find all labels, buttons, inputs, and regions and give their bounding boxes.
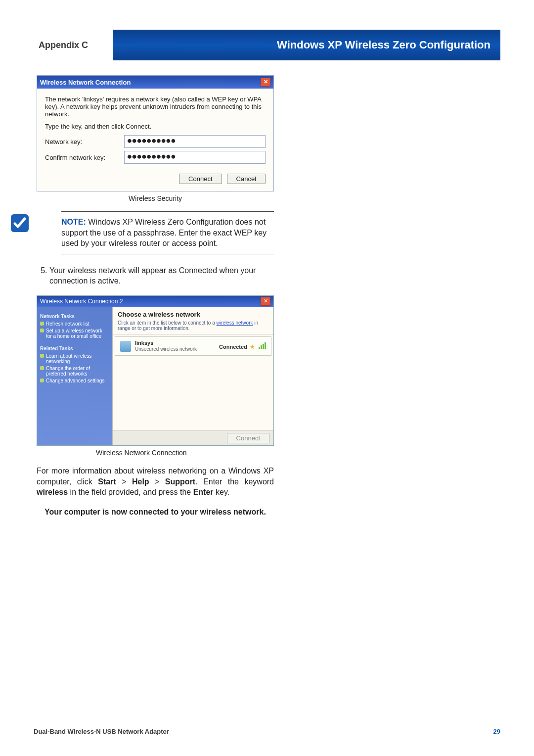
cancel-button[interactable]: Cancel bbox=[227, 174, 266, 184]
dialog-instruction: Type the key, and then click Connect. bbox=[45, 123, 266, 130]
conn-right-panel: Choose a wireless network Click an item … bbox=[112, 307, 273, 445]
sidebar-item-learn[interactable]: Learn about wireless networking bbox=[40, 353, 109, 364]
network-list-item[interactable]: linksys Unsecured wireless network Conne… bbox=[115, 336, 271, 356]
sidebar-item-advanced[interactable]: Change advanced settings bbox=[40, 378, 109, 383]
network-key-field[interactable]: ●●●●●●●●●● bbox=[124, 135, 266, 148]
para-text: > bbox=[149, 477, 165, 486]
network-icon bbox=[120, 341, 131, 352]
info-paragraph: For more information about wireless netw… bbox=[37, 466, 274, 498]
close-icon[interactable]: ✕ bbox=[261, 78, 270, 87]
para-text: key. bbox=[214, 488, 230, 496]
sidebar-item-label: Set up a wireless network for a home or … bbox=[46, 328, 109, 339]
appendix-label: Appendix C bbox=[34, 30, 113, 60]
conn-title-text: Wireless Network Connection 2 bbox=[40, 298, 123, 305]
sidebar-item-label: Change advanced settings bbox=[46, 378, 104, 383]
note-label: NOTE: bbox=[61, 218, 86, 226]
dialog-description: The network 'linksys' requires a network… bbox=[45, 95, 266, 118]
sidebar-group-network-tasks: Network Tasks bbox=[40, 314, 109, 319]
para-text: . Enter the keyword bbox=[195, 477, 274, 486]
sidebar-item-refresh[interactable]: Refresh network list bbox=[40, 321, 109, 327]
page-footer: Dual-Band Wireless-N USB Network Adapter… bbox=[34, 728, 500, 735]
sidebar-item-label: Learn about wireless networking bbox=[46, 353, 109, 364]
document-page: Appendix C Windows XP Wireless Zero Conf… bbox=[0, 0, 534, 756]
note-callout: NOTE: Windows XP Wireless Zero Configura… bbox=[37, 211, 274, 265]
network-key-label: Network key: bbox=[45, 138, 124, 145]
star-icon: ★ bbox=[250, 343, 255, 350]
dialog-title: Wireless Network Connection bbox=[40, 79, 131, 86]
para-bold: Enter bbox=[193, 488, 214, 496]
finish-message: Your computer is now connected to your w… bbox=[37, 507, 274, 518]
para-text: > bbox=[116, 477, 132, 486]
status-badge: Connected bbox=[219, 344, 247, 350]
network-name: linksys bbox=[135, 340, 215, 346]
conn-sidebar: Network Tasks Refresh network list Set u… bbox=[37, 307, 112, 445]
confirm-key-label: Confirm network key: bbox=[45, 154, 124, 161]
footer-product: Dual-Band Wireless-N USB Network Adapter bbox=[34, 728, 169, 735]
para-bold: Start bbox=[98, 477, 116, 486]
close-icon[interactable]: ✕ bbox=[261, 297, 270, 306]
sidebar-item-label: Change the order of preferred networks bbox=[46, 366, 109, 377]
connection-caption: Wireless Network Connection bbox=[96, 449, 274, 457]
sidebar-item-order[interactable]: Change the order of preferred networks bbox=[40, 366, 109, 377]
connect-button[interactable]: Connect bbox=[227, 433, 269, 443]
sidebar-item-setup[interactable]: Set up a wireless network for a home or … bbox=[40, 328, 109, 339]
page-header: Appendix C Windows XP Wireless Zero Conf… bbox=[34, 30, 500, 60]
conn-footer: Connect bbox=[113, 430, 273, 445]
para-bold: Support bbox=[165, 477, 195, 486]
choose-network-header: Choose a wireless network bbox=[113, 307, 273, 320]
confirm-key-field[interactable]: ●●●●●●●●●● bbox=[124, 151, 266, 164]
network-status: Connected ★ bbox=[219, 342, 266, 350]
dialog-body: The network 'linksys' requires a network… bbox=[37, 89, 273, 191]
content-column: Wireless Network Connection ✕ The networ… bbox=[37, 75, 274, 517]
hint-text: Click an item in the list below to conne… bbox=[118, 320, 217, 326]
note-text: Windows XP Wireless Zero Configuration d… bbox=[61, 218, 267, 247]
para-bold: wireless bbox=[37, 488, 68, 496]
wireless-connection-dialog: Wireless Network Connection 2 ✕ Network … bbox=[37, 295, 274, 446]
para-text: in the field provided, and press the bbox=[68, 488, 193, 496]
connect-button[interactable]: Connect bbox=[179, 174, 222, 184]
para-bold: Help bbox=[132, 477, 149, 486]
network-subtext: Unsecured wireless network bbox=[135, 346, 215, 352]
choose-network-hint: Click an item in the list below to conne… bbox=[113, 320, 273, 334]
note-text-box: NOTE: Windows XP Wireless Zero Configura… bbox=[61, 211, 274, 254]
conn-titlebar: Wireless Network Connection 2 ✕ bbox=[37, 296, 273, 307]
step-5: Your wireless network will appear as Con… bbox=[49, 265, 274, 286]
security-caption: Wireless Security bbox=[37, 194, 274, 202]
sidebar-item-label: Refresh network list bbox=[46, 321, 89, 327]
page-number: 29 bbox=[493, 728, 500, 735]
page-title: Windows XP Wireless Zero Configuration bbox=[113, 30, 500, 60]
step-list: Your wireless network will appear as Con… bbox=[37, 265, 274, 286]
wireless-security-dialog: Wireless Network Connection ✕ The networ… bbox=[37, 75, 274, 191]
checkmark-icon bbox=[10, 213, 30, 233]
hint-link[interactable]: wireless network bbox=[217, 320, 253, 326]
sidebar-group-related-tasks: Related Tasks bbox=[40, 346, 109, 351]
signal-icon bbox=[259, 342, 266, 349]
dialog-titlebar: Wireless Network Connection ✕ bbox=[37, 76, 273, 89]
